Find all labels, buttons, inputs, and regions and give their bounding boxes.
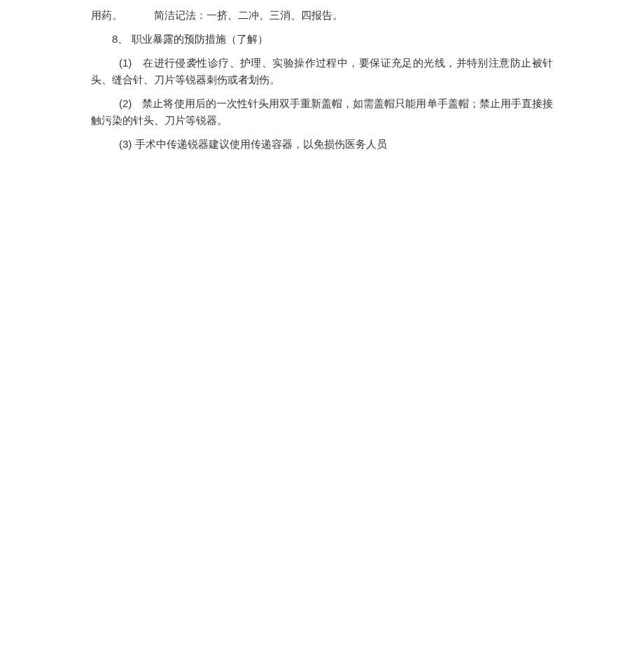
paragraph-item-2: (2) 禁止将使用后的一次性针头用双手重新盖帽，如需盖帽只能用单手盖帽；禁止用手… (91, 95, 553, 129)
paragraph-item-3: (3) 手术中传递锐器建议使用传递容器，以免损伤医务人员 (91, 136, 553, 153)
paragraph-heading-8: 8、 职业暴露的预防措施（了解） (91, 31, 553, 48)
document-content: 用药。 简洁记法：一挤、二冲、三消、四报告。 8、 职业暴露的预防措施（了解） … (0, 7, 644, 153)
paragraph-item-1: (1) 在进行侵袭性诊疗、护理、实验操作过程中，要保证充足的光线，并特别注意防止… (91, 55, 553, 88)
paragraph-first: 用药。 简洁记法：一挤、二冲、三消、四报告。 (91, 7, 553, 24)
